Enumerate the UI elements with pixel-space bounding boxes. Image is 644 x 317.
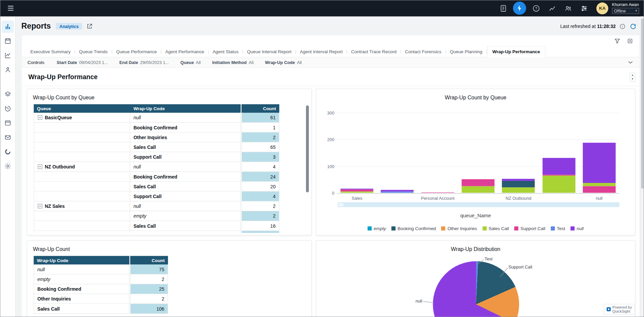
controls-filters: Start Date09/04/2023 1...End Date29/05/2… (57, 60, 302, 65)
page-scrollbar[interactable] (641, 17, 644, 317)
queue-name: NZ Outbound (45, 164, 75, 169)
sidebar-item-reports[interactable] (1, 21, 14, 33)
notes-icon[interactable] (497, 2, 509, 14)
tab-agent-interval-report[interactable]: Agent Interval Report (296, 47, 346, 57)
sidebar-item-window[interactable] (1, 117, 14, 129)
legend-item-null[interactable]: null (570, 226, 584, 231)
controls-label: Controls (28, 60, 45, 65)
user-block: Khurram Awan Offline ▾ (612, 2, 639, 14)
help-icon[interactable]: ? (530, 2, 542, 14)
table-scrollbar-thumb[interactable] (306, 105, 309, 192)
bar-category-4[interactable] (461, 179, 494, 193)
pivot-queue-cell (34, 231, 130, 233)
tab-wrap-up-performance[interactable]: Wrap-Up Performance (487, 46, 545, 58)
settings-sliders-icon[interactable] (578, 2, 590, 14)
column-header-wrapup-code[interactable]: Wrap-Up Code (34, 256, 130, 265)
info-icon[interactable] (619, 23, 626, 29)
collapse-icon[interactable] (38, 204, 42, 208)
chevron-down-icon: ▾ (635, 9, 637, 13)
tab-queue-interval-report[interactable]: Queue Interval Report (243, 47, 295, 57)
sidebar-item-settings[interactable] (1, 160, 14, 172)
pivot-count-cell: 24 (242, 172, 279, 182)
legend-item-support-call[interactable]: Support Call (514, 226, 545, 231)
x-tick-label: Sales (332, 196, 382, 201)
bar-nz-outbound[interactable] (502, 179, 535, 193)
refresh-icon[interactable] (629, 23, 637, 30)
count-code-cell: Other Inquiries (34, 294, 130, 304)
table-row: Other Inquiries2 (34, 132, 311, 142)
tab-queue-performance[interactable]: Queue Performance (112, 47, 161, 57)
filter-initiation-method[interactable]: Initiation MethodAll (212, 60, 254, 65)
pivot-queue-cell (34, 182, 130, 191)
filter-icon[interactable] (614, 37, 621, 44)
pie-label-test: Test (485, 256, 493, 261)
avatar[interactable]: KA (596, 2, 608, 14)
sidebar-item-calendar[interactable] (1, 35, 14, 47)
tab-agent-status[interactable]: Agent Status (209, 47, 242, 57)
tab-agent-performance[interactable]: Agent Performance (162, 47, 208, 57)
scroll-up-icon[interactable]: ▲ (630, 73, 635, 77)
sidebar-item-analytics[interactable] (1, 146, 14, 158)
column-header-wrapup-code[interactable]: Wrap-Up Code (130, 104, 241, 113)
export-icon[interactable] (627, 37, 634, 44)
filter-wrap-up-code[interactable]: Wrap-Up CodeAll (265, 60, 302, 65)
pivot-panel-title: Wrap-Up Count by Queue (27, 89, 311, 104)
pivot-table: Queue Wrap-Up Code Count BasicQueuenull6… (34, 104, 311, 233)
pivot-queue-cell (34, 192, 130, 201)
scroll-down-icon[interactable]: ▼ (630, 77, 635, 81)
bar-segment-sales-call (542, 176, 575, 193)
filter-end-date[interactable]: End Date29/05/2023 1... (119, 60, 169, 65)
external-link-icon[interactable] (86, 23, 94, 30)
controls-expand-icon[interactable] (627, 59, 634, 65)
last-refreshed-text: Last refreshed at 11:28:32 (560, 24, 616, 29)
sidebar-item-trends[interactable] (1, 49, 14, 62)
status-value: Offline (614, 9, 626, 13)
card-toolbar (22, 35, 640, 47)
legend-item-empty[interactable]: empty (368, 226, 386, 231)
status-dropdown[interactable]: Offline ▾ (612, 8, 639, 14)
bar-segment-support-call (583, 186, 615, 193)
column-header-count[interactable]: Count (130, 256, 168, 265)
bar-sales[interactable] (340, 189, 373, 193)
sidebar-item-agent[interactable] (1, 64, 14, 76)
tab-contract-trace-record[interactable]: Contract Trace Record (347, 47, 400, 57)
axis-range-slider[interactable] (338, 202, 619, 207)
lightning-icon[interactable] (513, 2, 526, 15)
bar-null[interactable] (583, 142, 615, 193)
metrics-icon[interactable] (546, 2, 558, 14)
bar-category-6[interactable] (542, 158, 575, 193)
legend-item-sales-call[interactable]: Sales Call (482, 226, 509, 231)
bar-personal-account[interactable] (421, 192, 454, 193)
table-row: empty2 (34, 211, 311, 221)
legend-item-other-inquiries[interactable]: Other Inquiries (441, 226, 477, 231)
sidebar-item-mail[interactable] (1, 131, 14, 144)
column-header-count[interactable]: Count (242, 104, 279, 113)
filter-start-date[interactable]: Start Date09/04/2023 1... (57, 60, 108, 65)
column-header-queue[interactable]: Queue (34, 104, 130, 113)
pie-chart[interactable] (433, 261, 519, 317)
tab-contact-forensics[interactable]: Contact Forensics (401, 47, 445, 57)
page-scrollbar-thumb[interactable] (641, 19, 643, 189)
menu-icon[interactable] (5, 2, 17, 14)
legend-label: Booking Confirmed (397, 226, 436, 231)
collapse-icon[interactable] (38, 115, 42, 120)
legend-item-booking-confirmed[interactable]: Booking Confirmed (391, 226, 436, 231)
sidebar-item-layers[interactable] (1, 88, 14, 101)
sidebar-item-history[interactable] (1, 102, 14, 115)
users-icon[interactable] (562, 2, 574, 14)
tab-queue-trends[interactable]: Queue Trends (75, 47, 111, 57)
sheet-scrollbar[interactable]: ▲ ▼ (629, 72, 635, 82)
filter-queue[interactable]: QueueAll (180, 60, 201, 65)
bar-category-2[interactable] (381, 190, 414, 193)
count-value-cell: 2 (130, 274, 168, 284)
y-tick-label: 100 (320, 164, 334, 169)
legend-item-test[interactable]: Test (551, 226, 565, 231)
bar-segment-booking-confirmed (502, 181, 535, 187)
pivot-queue-cell (34, 221, 130, 231)
collapse-icon[interactable] (38, 164, 42, 169)
bar-segment-null (542, 158, 575, 175)
tab-executive-summary[interactable]: Executive Summary (27, 47, 74, 57)
bar-segment-sales-call (340, 191, 373, 193)
tab-queue-planning[interactable]: Queue Planning (446, 47, 486, 57)
table-row: Support Call (34, 231, 311, 233)
